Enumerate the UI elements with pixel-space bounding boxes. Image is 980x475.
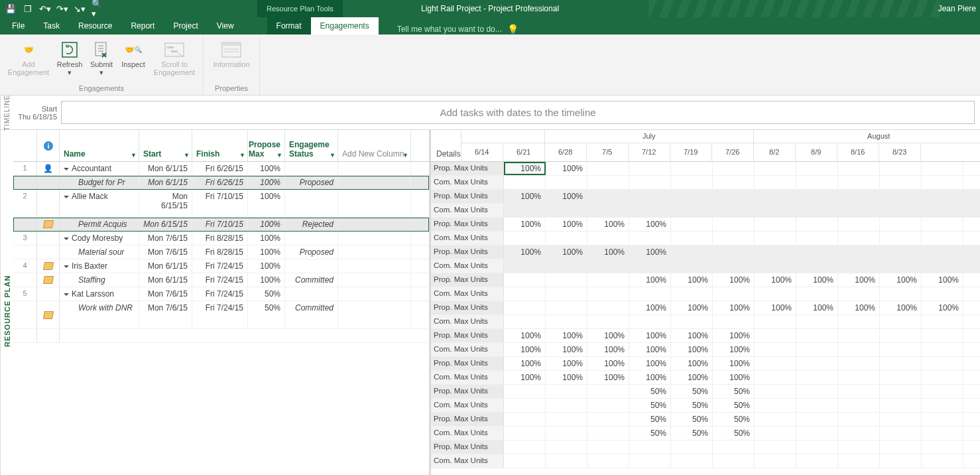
timephased-cell[interactable] [504, 385, 546, 398]
timephased-cell[interactable] [838, 329, 880, 342]
timephased-cell[interactable] [713, 287, 755, 301]
timephased-cell[interactable]: 50% [629, 413, 671, 426]
table-row[interactable]: Work with DNRMon 7/6/15Fri 7/24/1550%Com… [13, 301, 429, 329]
timephased-cell[interactable] [755, 413, 796, 426]
timephased-cell[interactable] [671, 162, 713, 175]
timephased-cell[interactable]: 100% [713, 357, 755, 370]
timephased-cell[interactable] [504, 287, 546, 301]
timephased-cell[interactable]: 100% [504, 218, 546, 231]
timephased-cell[interactable] [546, 287, 587, 301]
timephased-cell[interactable] [671, 245, 713, 259]
timephased-cell[interactable] [880, 287, 922, 301]
timephased-cell[interactable] [880, 315, 922, 328]
timephased-cell[interactable] [922, 232, 963, 245]
timephased-cell[interactable] [713, 315, 755, 328]
timephased-cell[interactable]: 100% [546, 190, 587, 203]
timephased-cell[interactable] [796, 315, 838, 328]
timephased-cell[interactable] [713, 162, 755, 175]
timephased-cell[interactable] [587, 454, 629, 468]
timephased-cell[interactable] [504, 259, 546, 273]
table-row[interactable]: StaffingMon 6/1/15Fri 7/24/15100%Committ… [13, 273, 429, 287]
timephased-cell[interactable] [838, 204, 880, 217]
timephased-row[interactable]: Com. Max Units [431, 259, 980, 273]
timephased-cell[interactable] [922, 427, 963, 440]
timephased-cell[interactable]: 100% [587, 371, 629, 384]
timephased-row[interactable]: Prop. Max Units [431, 441, 980, 454]
timephased-cell[interactable]: 100% [671, 371, 713, 384]
timephased-cell[interactable]: 100% [713, 329, 755, 342]
timephased-cell[interactable] [796, 343, 838, 356]
table-row[interactable]: Budget for PrMon 6/1/15Fri 6/26/15100%Pr… [13, 176, 429, 190]
collapse-caret-icon[interactable] [64, 238, 69, 240]
timephased-cell[interactable] [796, 204, 838, 217]
timephased-cell[interactable] [796, 232, 838, 245]
timephased-cell[interactable] [546, 315, 587, 328]
timephased-cell[interactable] [629, 315, 671, 328]
dropdown-icon[interactable]: ▼ [402, 152, 408, 159]
timephased-cell[interactable] [838, 371, 880, 384]
week-label[interactable]: 8/9 [796, 143, 837, 161]
tell-me-search[interactable]: Tell me what you want to do... 💡 [388, 24, 528, 34]
timephased-cell[interactable] [546, 232, 587, 245]
timephased-cell[interactable]: 50% [629, 399, 671, 412]
timephased-cell[interactable] [796, 259, 838, 273]
timephased-cell[interactable] [880, 204, 922, 217]
timephased-cell[interactable]: 100% [546, 371, 587, 384]
collapse-caret-icon[interactable] [64, 265, 69, 268]
timephased-cell[interactable]: 100% [629, 343, 671, 356]
timephased-cell[interactable]: 100% [587, 343, 629, 356]
week-label[interactable]: 7/19 [670, 143, 712, 161]
timephased-cell[interactable] [796, 413, 838, 426]
timephased-cell[interactable] [755, 441, 796, 454]
timephased-row[interactable]: Prop. Max Units100%100% [431, 162, 980, 176]
timephased-cell[interactable] [629, 259, 671, 273]
timephased-cell[interactable]: 50% [713, 427, 755, 440]
timephased-cell[interactable]: 100% [629, 273, 671, 287]
table-row[interactable]: 5Kat LarssonMon 7/6/15Fri 7/24/1550% [13, 287, 429, 301]
timephased-cell[interactable] [922, 441, 963, 454]
timephased-cell[interactable] [504, 232, 546, 245]
timephased-cell[interactable]: 100% [629, 301, 671, 314]
timephased-cell[interactable] [922, 259, 963, 273]
timephased-cell[interactable] [922, 204, 963, 217]
timephased-cell[interactable] [671, 204, 713, 217]
timephased-cell[interactable] [629, 441, 671, 454]
timephased-cell[interactable]: 100% [713, 273, 755, 287]
timephased-cell[interactable]: 100% [546, 245, 587, 259]
timephased-cell[interactable] [755, 357, 796, 370]
timephased-cell[interactable] [796, 385, 838, 398]
week-label[interactable]: 8/23 [879, 143, 921, 161]
timephased-cell[interactable] [504, 176, 546, 189]
timephased-cell[interactable] [546, 259, 587, 273]
link-icon[interactable]: ↘▾ [74, 3, 85, 14]
timephased-cell[interactable] [880, 329, 922, 342]
timephased-row[interactable]: Com. Max Units50%50%50% [431, 427, 980, 441]
timephased-row[interactable]: Prop. Max Units100%100% [431, 190, 980, 204]
col-proposed-max[interactable]: Propose Max▼ [248, 130, 285, 161]
timephased-cell[interactable]: 100% [838, 301, 880, 314]
timephased-cell[interactable] [838, 357, 880, 370]
timephased-cell[interactable]: 50% [713, 399, 755, 412]
inspect-button[interactable]: 🤝🔍 Inspect [118, 37, 149, 84]
timephased-cell[interactable] [671, 218, 713, 231]
timephased-cell[interactable]: 100% [713, 371, 755, 384]
timephased-cell[interactable]: 100% [629, 329, 671, 342]
timephased-cell[interactable]: 100% [587, 245, 629, 259]
table-row[interactable]: 4Iris BaxterMon 6/1/15Fri 7/24/15100% [13, 259, 429, 273]
timephased-cell[interactable] [629, 190, 671, 203]
timephased-cell[interactable] [713, 441, 755, 454]
week-label[interactable]: 6/21 [503, 143, 545, 161]
table-row[interactable]: 1👤AccountantMon 6/1/15Fri 6/26/15100% [13, 162, 429, 176]
timephased-cell[interactable] [922, 399, 963, 412]
timephased-cell[interactable] [629, 454, 671, 468]
timephased-cell[interactable] [587, 287, 629, 301]
timephased-cell[interactable] [587, 301, 629, 314]
timephased-cell[interactable] [671, 259, 713, 273]
timephased-cell[interactable] [587, 190, 629, 203]
timephased-cell[interactable] [880, 413, 922, 426]
timephased-cell[interactable]: 100% [838, 273, 880, 287]
timephased-cell[interactable]: 50% [629, 385, 671, 398]
timephased-cell[interactable] [880, 162, 922, 175]
zoom-icon[interactable]: 🔍▾ [92, 3, 102, 14]
dropdown-icon[interactable]: ▼ [131, 152, 137, 159]
